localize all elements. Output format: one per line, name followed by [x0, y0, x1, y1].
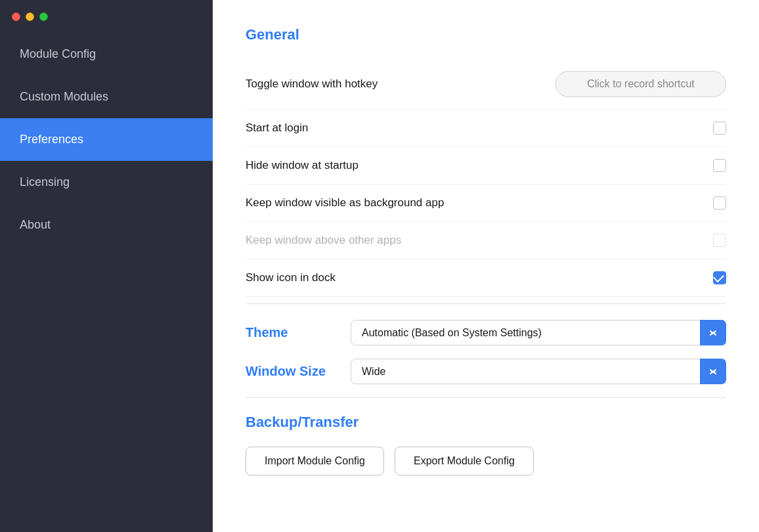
sidebar-item-about[interactable]: About [0, 204, 213, 246]
sidebar-item-licensing[interactable]: Licensing [0, 161, 213, 204]
backup-section-title: Backup/Transfer [246, 414, 726, 431]
backup-buttons: Import Module Config Export Module Confi… [246, 447, 726, 476]
export-button[interactable]: Export Module Config [395, 447, 534, 476]
setting-row-keep-above: Keep window above other apps [246, 222, 726, 259]
keep-visible-checkbox[interactable] [713, 196, 726, 210]
divider-theme [246, 303, 726, 304]
minimize-button[interactable] [26, 12, 34, 21]
theme-row: Theme Automatic (Based on System Setting… [246, 320, 726, 345]
sidebar: Module Config Custom Modules Preferences… [0, 0, 213, 532]
show-dock-label: Show icon in dock [246, 271, 336, 284]
close-button[interactable] [12, 12, 20, 21]
start-login-label: Start at login [246, 122, 308, 135]
sidebar-item-preferences[interactable]: Preferences [0, 118, 213, 161]
hide-startup-label: Hide window at startup [246, 159, 358, 172]
theme-select-wrapper: Automatic (Based on System Settings)Ligh… [351, 320, 726, 345]
setting-row-hide-startup: Hide window at startup [246, 147, 726, 185]
keep-above-checkbox[interactable] [713, 234, 726, 247]
main-content: General Toggle window with hotkey Click … [213, 0, 759, 532]
theme-label: Theme [246, 325, 337, 340]
sidebar-item-custom-modules[interactable]: Custom Modules [0, 76, 213, 118]
setting-row-keep-visible: Keep window visible as background app [246, 185, 726, 222]
setting-row-show-dock: Show icon in dock [246, 259, 726, 297]
theme-select[interactable]: Automatic (Based on System Settings)Ligh… [351, 320, 726, 345]
setting-row-hotkey: Toggle window with hotkey Click to recor… [246, 59, 726, 110]
import-button[interactable]: Import Module Config [246, 447, 384, 476]
window-size-select-wrapper: WideNormalCompact [351, 359, 726, 384]
keep-visible-label: Keep window visible as background app [246, 196, 444, 210]
hide-startup-checkbox[interactable] [713, 159, 726, 172]
hotkey-record-button[interactable]: Click to record shortcut [555, 71, 726, 97]
start-login-checkbox[interactable] [713, 122, 726, 135]
general-section-title: General [246, 26, 726, 43]
window-size-label: Window Size [246, 364, 337, 379]
show-dock-checkbox[interactable] [713, 271, 726, 284]
hotkey-label: Toggle window with hotkey [246, 78, 378, 91]
setting-row-start-login: Start at login [246, 110, 726, 147]
sidebar-item-module-config[interactable]: Module Config [0, 33, 213, 76]
maximize-button[interactable] [39, 12, 48, 21]
window-size-row: Window Size WideNormalCompact [246, 359, 726, 384]
backup-section: Backup/Transfer Import Module Config Exp… [246, 414, 726, 476]
keep-above-label: Keep window above other apps [246, 234, 401, 247]
window-size-select[interactable]: WideNormalCompact [351, 359, 726, 384]
divider-backup [246, 397, 726, 398]
